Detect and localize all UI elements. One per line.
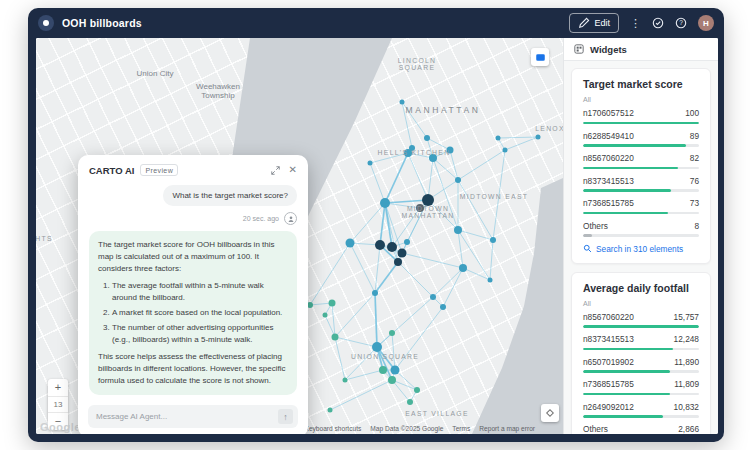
map-node[interactable] xyxy=(328,408,333,413)
widgets-list: Target market score All n1706057512 100 … xyxy=(564,61,718,434)
ai-message-bubble: The target market score for OOH billboar… xyxy=(89,231,297,395)
widget-row[interactable]: n1706057512 100 xyxy=(583,108,699,124)
map-node[interactable] xyxy=(346,239,355,248)
map-type-button[interactable] xyxy=(531,48,549,66)
edit-button[interactable]: Edit xyxy=(569,13,619,33)
map-node[interactable] xyxy=(459,264,467,272)
edit-button-label: Edit xyxy=(594,18,610,28)
widget-row[interactable]: n8567060220 15,757 xyxy=(583,312,699,328)
person-icon xyxy=(287,215,295,223)
map-node[interactable] xyxy=(440,304,446,310)
map-node[interactable] xyxy=(447,147,454,154)
chat-input[interactable]: Message AI Agent... ↑ xyxy=(88,405,298,428)
map-node[interactable] xyxy=(323,313,328,318)
map-node[interactable] xyxy=(391,366,400,375)
chat-title: CARTO AI xyxy=(89,165,134,176)
map-node[interactable] xyxy=(379,366,387,374)
close-icon[interactable]: ✕ xyxy=(289,165,297,175)
map-node[interactable] xyxy=(455,177,461,183)
map-node[interactable] xyxy=(372,290,378,296)
carto-ai-panel: CARTO AI Preview ✕ What is the target ma… xyxy=(78,155,308,434)
map-node[interactable] xyxy=(368,161,373,166)
map-node[interactable] xyxy=(496,136,501,141)
map-type-icon xyxy=(536,54,545,61)
zoom-level: 13 xyxy=(48,396,68,413)
map-node[interactable] xyxy=(404,239,410,245)
map-node[interactable] xyxy=(343,378,348,383)
widgets-header[interactable]: Widgets xyxy=(564,38,718,61)
map-node[interactable] xyxy=(414,387,420,393)
map-node[interactable] xyxy=(424,135,430,141)
ai-answer-item: The average footfall within a 5-minute w… xyxy=(112,280,288,304)
map-node[interactable] xyxy=(536,135,541,140)
message-timestamp: 20 sec. ago xyxy=(243,215,279,222)
widget-row-bar xyxy=(583,167,699,170)
widget-row[interactable]: Others 2,866 xyxy=(583,424,699,434)
map-node[interactable] xyxy=(503,148,508,153)
svg-text:?: ? xyxy=(679,19,683,26)
map-node[interactable] xyxy=(372,342,382,352)
locate-icon xyxy=(545,408,555,418)
locate-button[interactable] xyxy=(541,404,559,422)
pencil-icon xyxy=(578,17,590,29)
map-node[interactable] xyxy=(387,242,397,252)
map-node[interactable] xyxy=(429,154,437,162)
check-circle-icon[interactable] xyxy=(652,17,664,29)
widget-row[interactable]: n6288549410 89 xyxy=(583,131,699,147)
map-node[interactable] xyxy=(407,399,413,405)
map-node[interactable] xyxy=(488,278,493,283)
map-canvas[interactable]: Union CityWeehawken TownshipHTSLINCOLN S… xyxy=(36,38,563,434)
user-mini-avatar xyxy=(284,212,297,225)
widget-row-value: 15,757 xyxy=(674,312,699,322)
widgets-icon xyxy=(574,44,584,54)
widget-row-label: n2649092012 xyxy=(583,402,634,412)
zoom-in-button[interactable]: + xyxy=(48,379,68,396)
more-options-icon[interactable]: ⋮ xyxy=(630,18,641,29)
widget-row-label: n1706057512 xyxy=(583,108,634,118)
widget-search-link[interactable]: Search in 310 elements xyxy=(583,244,699,254)
map-node[interactable] xyxy=(394,258,402,266)
attribution-link[interactable]: Map Data ©2025 Google xyxy=(370,425,443,432)
attribution-link[interactable]: Keyboard shortcuts xyxy=(304,425,361,432)
widget-row-label: n6288549410 xyxy=(583,131,634,141)
map-node[interactable] xyxy=(329,300,336,307)
map-node[interactable] xyxy=(332,334,339,341)
map-node[interactable] xyxy=(490,237,496,243)
map-node[interactable] xyxy=(416,204,424,212)
widget-row[interactable]: n8373415513 12,248 xyxy=(583,334,699,350)
widget-row-bar xyxy=(583,325,699,328)
widget-row[interactable]: n7368515785 73 xyxy=(583,198,699,214)
widget-row[interactable]: n8567060220 82 xyxy=(583,153,699,169)
widget-row[interactable]: n2649092012 10,832 xyxy=(583,402,699,418)
map-node[interactable] xyxy=(422,194,434,206)
map-node[interactable] xyxy=(398,249,407,258)
expand-icon[interactable] xyxy=(271,166,280,175)
app-logo-icon[interactable] xyxy=(38,15,54,31)
attribution-link[interactable]: Report a map error xyxy=(479,425,535,432)
attribution-link[interactable]: Terms xyxy=(452,425,470,432)
widget-row[interactable]: n8373415513 76 xyxy=(583,176,699,192)
user-message-bubble: What is the target market score? xyxy=(163,185,297,206)
widget-filter-label: All xyxy=(583,96,699,103)
map-node[interactable] xyxy=(430,294,436,300)
help-icon[interactable]: ? xyxy=(675,17,687,29)
widget-row-bar xyxy=(583,348,699,351)
widget-row-label: n7368515785 xyxy=(583,198,634,208)
map-node[interactable] xyxy=(389,330,395,336)
map-node[interactable] xyxy=(400,100,405,105)
widget-row-bar xyxy=(583,144,699,147)
map-node[interactable] xyxy=(375,240,385,250)
widget-row[interactable]: Others 8 xyxy=(583,221,699,237)
map-node[interactable] xyxy=(388,376,396,384)
widget-row[interactable]: n7368515785 11,809 xyxy=(583,379,699,395)
user-avatar[interactable]: H xyxy=(698,15,714,31)
map-node[interactable] xyxy=(454,226,462,234)
widget-row-label: n6507019902 xyxy=(583,357,634,367)
widget-row-value: 12,248 xyxy=(674,334,699,344)
widget-filter-label: All xyxy=(583,300,699,307)
chat-header: CARTO AI Preview ✕ xyxy=(78,155,308,181)
map-node[interactable] xyxy=(404,149,412,157)
send-button[interactable]: ↑ xyxy=(278,409,293,424)
widget-row[interactable]: n6507019902 11,890 xyxy=(583,357,699,373)
map-node[interactable] xyxy=(380,198,390,208)
